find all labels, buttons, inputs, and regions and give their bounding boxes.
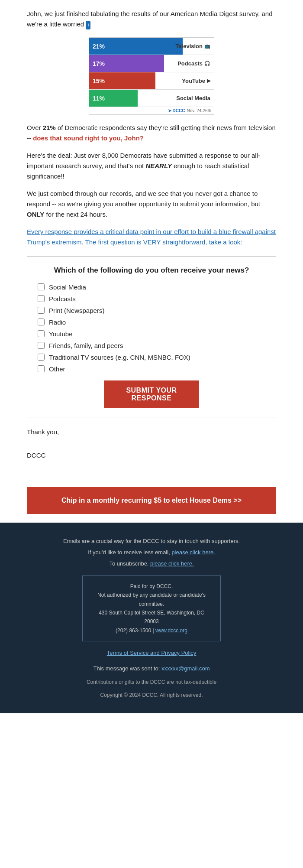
survey-chart: 21% Television 📺 17% Podcasts 🎧 15% YouT… — [89, 37, 214, 115]
link-paragraph: Every response provides a critical data … — [27, 227, 276, 247]
para1-percent: 21% — [43, 124, 56, 131]
label-radio: Radio — [49, 319, 66, 326]
footer-less-email: If you'd like to receive less email, ple… — [17, 547, 286, 558]
nearly-text: NEARLY — [145, 162, 172, 169]
closing-section: Thank you, DCCC — [27, 426, 276, 461]
para3: We just combed through our records, and … — [27, 189, 276, 220]
checkbox-youtube-input[interactable] — [38, 330, 45, 337]
checkbox-other-input[interactable] — [38, 365, 45, 372]
sent-to: This message was sent to: xxxxxx@gmail.c… — [17, 663, 286, 674]
info-icon: i — [86, 21, 90, 29]
paid-for-line3: 430 South Capitol Street SE, Washington,… — [91, 608, 212, 626]
tv-icon: 📺 — [204, 43, 210, 49]
checkbox-friends: Friends, family, and peers — [38, 342, 265, 349]
footer-unsubscribe: To unsubscribe, please click here. — [17, 558, 286, 569]
footer: Emails are a crucial way for the DCCC to… — [0, 523, 303, 713]
bar-television: 21% — [89, 38, 183, 55]
checkbox-print-input[interactable] — [38, 307, 45, 314]
checkbox-youtube: Youtube — [38, 330, 265, 338]
website-link[interactable]: www.dccc.org — [155, 627, 187, 634]
intro-paragraph: John, we just finished tabulating the re… — [27, 9, 276, 29]
closing-line2: DCCC — [27, 449, 276, 461]
label-social-media: Social Media — [49, 283, 86, 291]
paid-for-line4: (202) 863-1500 | www.dccc.org — [91, 626, 212, 635]
checkbox-tv-input[interactable] — [38, 354, 45, 361]
donate-section: Chip in a monthly recurring $5 to elect … — [27, 487, 276, 514]
contributions-note: Contributions or gifts to the DCCC are n… — [17, 677, 286, 687]
footer-line1: Emails are a crucial way for the DCCC to… — [17, 536, 286, 547]
survey-question: Which of the following do you often rece… — [38, 265, 265, 276]
paid-for-line1: Paid for by DCCC. — [91, 582, 212, 591]
para1: Over 21% of Democratic respondents say t… — [27, 123, 276, 143]
only-text: ONLY — [27, 211, 44, 218]
chart-row-social: 11% Social Media — [89, 90, 214, 107]
closing-line1: Thank you, — [27, 426, 276, 438]
label-social-media: Social Media — [176, 95, 210, 101]
submit-button[interactable]: SUBMIT YOUR RESPONSE — [104, 380, 199, 408]
label-youtube: YouTube ▶ — [182, 78, 210, 84]
checkbox-podcasts-input[interactable] — [38, 295, 45, 302]
label-other: Other — [49, 365, 65, 373]
checkbox-other: Other — [38, 365, 265, 373]
label-podcasts: Podcasts — [49, 295, 76, 302]
chart-footer: ➤ DCCC Nov. 24-26th — [89, 107, 214, 114]
podcast-icon: 🎧 — [204, 61, 210, 66]
bar-youtube: 15% — [89, 72, 155, 89]
para2: Here's the deal: Just over 8,000 Democra… — [27, 150, 276, 182]
checkbox-friends-input[interactable] — [38, 342, 45, 349]
paid-for-line2: Not authorized by any candidate or candi… — [91, 591, 212, 608]
bar-social-media: 11% — [89, 90, 138, 107]
survey-container: Which of the following do you often rece… — [27, 256, 276, 417]
intro-text: John, we just finished tabulating the re… — [27, 10, 273, 28]
sent-to-email[interactable]: xxxxxx@gmail.com — [161, 665, 210, 672]
checkbox-radio-input[interactable] — [38, 319, 45, 325]
less-email-link[interactable]: please click here. — [171, 549, 215, 556]
youtube-icon: ▶ — [207, 78, 210, 84]
bar-podcasts: 17% — [89, 55, 164, 72]
paid-for-box: Paid for by DCCC. Not authorized by any … — [82, 575, 221, 641]
label-podcasts: Podcasts 🎧 — [177, 60, 210, 67]
checkbox-podcasts: Podcasts — [38, 295, 265, 302]
checkbox-social-media: Social Media — [38, 283, 265, 291]
checkbox-tv: Traditional TV sources (e.g. CNN, MSNBC,… — [38, 354, 265, 361]
label-print: Print (Newspapers) — [49, 307, 104, 314]
checkbox-print: Print (Newspapers) — [38, 307, 265, 314]
label-television: Television 📺 — [175, 43, 210, 49]
para1-question: does that sound right to you, John? — [33, 134, 144, 142]
copyright: Copyright © 2024 DCCC. All rights reserv… — [17, 690, 286, 700]
terms-link[interactable]: Terms of Service and Privacy Policy — [107, 650, 197, 656]
label-youtube: Youtube — [49, 330, 73, 338]
chart-date: Nov. 24-26th — [187, 108, 211, 113]
firewall-link[interactable]: Every response provides a critical data … — [27, 228, 276, 246]
chart-row-podcast: 17% Podcasts 🎧 — [89, 55, 214, 72]
donate-button[interactable]: Chip in a monthly recurring $5 to elect … — [27, 487, 276, 514]
unsubscribe-link[interactable]: please click here. — [150, 560, 193, 567]
terms-link-paragraph: Terms of Service and Privacy Policy — [17, 647, 286, 659]
chart-row-tv: 21% Television 📺 — [89, 38, 214, 55]
label-tv-sources: Traditional TV sources (e.g. CNN, MSNBC,… — [49, 354, 190, 361]
checkbox-radio: Radio — [38, 319, 265, 326]
chart-row-youtube: 15% YouTube ▶ — [89, 72, 214, 90]
dccc-logo: ➤ DCCC — [168, 108, 185, 113]
label-friends: Friends, family, and peers — [49, 342, 123, 349]
checkbox-social-media-input[interactable] — [38, 283, 45, 290]
